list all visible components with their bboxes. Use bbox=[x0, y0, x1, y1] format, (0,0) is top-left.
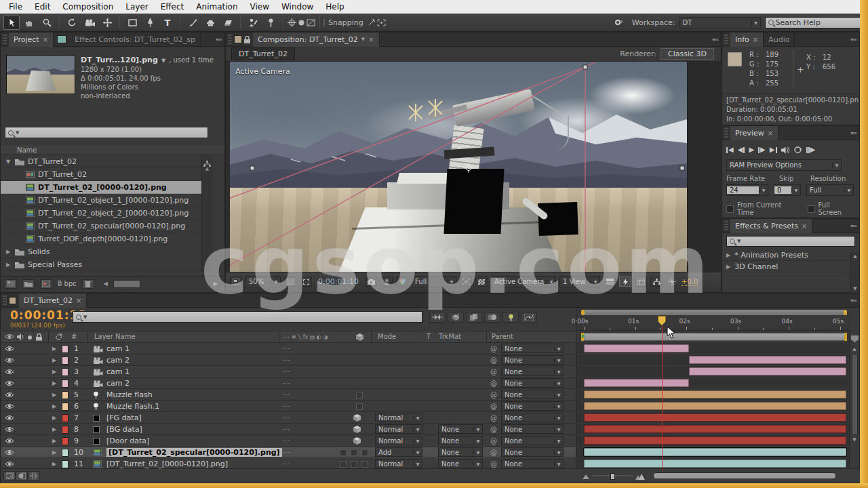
layer-duration-bar[interactable] bbox=[689, 356, 846, 364]
safe-margins-button[interactable] bbox=[284, 277, 296, 287]
parent-pickwhip-icon[interactable]: @ bbox=[490, 401, 497, 412]
project-item[interactable]: ▶Solids bbox=[1, 245, 203, 258]
eye-icon[interactable] bbox=[5, 378, 14, 389]
switch-box[interactable] bbox=[351, 447, 357, 458]
twirl-closed-icon[interactable]: ▶ bbox=[52, 435, 56, 447]
camera-tool[interactable] bbox=[81, 16, 98, 30]
parent-dropdown[interactable]: None▼ bbox=[501, 355, 564, 365]
renderer-button[interactable]: Classic 3D bbox=[660, 48, 714, 60]
flowchart-icon[interactable] bbox=[203, 157, 211, 164]
eye-icon[interactable] bbox=[5, 389, 14, 401]
menu-edit[interactable]: Edit bbox=[28, 2, 56, 12]
layer-row[interactable]: ▶7[FG data]-◦-Normal▼@None▼ bbox=[1, 412, 576, 424]
panel-grip[interactable] bbox=[724, 128, 728, 138]
trkmat-dropdown[interactable]: None▼ bbox=[438, 447, 483, 457]
panel-grip[interactable] bbox=[724, 221, 728, 230]
magnification-dropdown[interactable]: 50% ▼ bbox=[245, 276, 281, 287]
switch-box[interactable] bbox=[356, 389, 363, 401]
panel-menu-icon[interactable]: ▾≡ bbox=[712, 37, 718, 43]
panel-menu-icon[interactable]: ▾≡ bbox=[850, 298, 856, 304]
layer-duration-bar[interactable] bbox=[584, 413, 846, 422]
menu-layer[interactable]: Layer bbox=[119, 2, 154, 12]
rectangle-tool[interactable] bbox=[124, 16, 140, 30]
scroll-up-icon[interactable]: ▲ bbox=[853, 253, 856, 259]
exposure-reset-icon[interactable] bbox=[666, 277, 678, 287]
column-name[interactable]: Name bbox=[17, 146, 37, 154]
effects-group[interactable]: ▶* Animation Presets bbox=[722, 249, 850, 261]
column-t[interactable]: T bbox=[427, 333, 431, 340]
menu-window[interactable]: Window bbox=[275, 2, 319, 12]
layer-name[interactable]: [FG data] bbox=[106, 412, 142, 424]
timeline-zoom-slider[interactable] bbox=[592, 475, 633, 477]
bpc-label[interactable]: 8 bpc bbox=[58, 280, 77, 287]
new-folder-button[interactable] bbox=[22, 279, 35, 289]
project-scrollbar[interactable]: ▲ bbox=[201, 155, 212, 272]
axis-world-button[interactable] bbox=[298, 16, 305, 30]
project-item[interactable]: DT_Turret_02 bbox=[1, 168, 203, 181]
panel-grip[interactable] bbox=[724, 35, 728, 44]
twirl-closed-icon[interactable]: ▶ bbox=[52, 366, 56, 378]
brush-tool[interactable] bbox=[184, 16, 201, 30]
close-icon[interactable]: × bbox=[76, 297, 81, 304]
layer-row[interactable]: ▶6Muzzle flash.1-◦-@None▼ bbox=[1, 401, 576, 412]
axis-view-button[interactable] bbox=[307, 16, 315, 30]
preview-resolution-dropdown[interactable]: Full▼ bbox=[806, 184, 854, 196]
scroll-down-icon[interactable]: ▼ bbox=[853, 286, 856, 291]
tab-audio[interactable]: Audio bbox=[764, 33, 795, 47]
parent-pickwhip-icon[interactable]: @ bbox=[490, 354, 497, 366]
interpret-footage-button[interactable] bbox=[5, 279, 17, 289]
layer-row[interactable]: ▶3cam 1-◦-@None▼ bbox=[1, 366, 576, 378]
layer-row[interactable]: ▶5Muzzle flash-◦-@None▼ bbox=[1, 389, 576, 401]
ram-preview-options-dropdown[interactable]: RAM Preview Options ▼ bbox=[726, 159, 842, 171]
twirl-closed-icon[interactable]: ▶ bbox=[52, 424, 56, 435]
show-channel-button[interactable] bbox=[396, 277, 408, 287]
loop-button[interactable] bbox=[793, 145, 802, 155]
h-scroll-thumb[interactable] bbox=[113, 280, 140, 288]
lock-icon[interactable] bbox=[244, 33, 250, 46]
parent-pickwhip-icon[interactable]: @ bbox=[490, 366, 497, 378]
zoom-out-mountain-icon[interactable] bbox=[583, 473, 589, 479]
project-item[interactable]: DT_Turret_02_specular[0000-0120].png bbox=[1, 220, 203, 232]
eye-icon[interactable] bbox=[5, 343, 14, 354]
layer-duration-bar[interactable] bbox=[584, 344, 689, 352]
eye-icon[interactable] bbox=[5, 412, 14, 424]
trkmat-dropdown[interactable]: None▼ bbox=[438, 436, 483, 445]
tab-timeline-comp[interactable]: DT_Turret_02 × bbox=[19, 293, 87, 308]
puppet-pin-tool[interactable] bbox=[262, 16, 279, 30]
close-icon[interactable]: × bbox=[43, 36, 48, 43]
parent-dropdown[interactable]: None▼ bbox=[501, 401, 564, 411]
trkmat-dropdown[interactable]: None▼ bbox=[438, 424, 483, 434]
parent-pickwhip-icon[interactable]: @ bbox=[490, 343, 497, 354]
layer-label-swatch[interactable] bbox=[62, 447, 68, 458]
expand-layer-switches-button[interactable] bbox=[3, 471, 16, 481]
chevron-down-icon[interactable]: ▼ bbox=[161, 58, 165, 64]
effects-group[interactable]: ▶3D Channel bbox=[722, 261, 850, 272]
layer-row[interactable]: ▶10[DT_Turret_02_specular[0000-0120].png… bbox=[1, 447, 576, 458]
panel-menu-icon[interactable]: ▾≡ bbox=[850, 37, 856, 43]
layer-label-swatch[interactable] bbox=[62, 435, 68, 447]
snap-bounds-icon[interactable] bbox=[377, 16, 386, 30]
comp-name-button[interactable]: DT_Turret_02 bbox=[231, 47, 295, 60]
layer-label-swatch[interactable] bbox=[62, 366, 68, 378]
layer-duration-bar[interactable] bbox=[584, 460, 846, 468]
motion-blur-button[interactable] bbox=[484, 312, 500, 323]
timeline-h-scrollbar[interactable] bbox=[653, 472, 836, 479]
timeline-search-input[interactable]: ▼ bbox=[73, 311, 422, 323]
workspace-gear-icon[interactable] bbox=[611, 16, 627, 30]
layer-label-swatch[interactable] bbox=[62, 343, 68, 354]
pen-tool[interactable] bbox=[142, 16, 158, 30]
timeline-scrollbar[interactable]: ▲ ▼ bbox=[849, 331, 859, 470]
twirl-open-icon[interactable]: ▼ bbox=[5, 159, 12, 165]
snapping-checkbox[interactable] bbox=[323, 19, 325, 26]
eye-icon[interactable] bbox=[5, 366, 14, 378]
playhead-line[interactable] bbox=[662, 325, 663, 470]
layer-label-swatch[interactable] bbox=[62, 424, 68, 435]
type-tool[interactable]: T bbox=[159, 16, 176, 30]
parent-dropdown[interactable]: None▼ bbox=[501, 390, 564, 399]
pixel-aspect-button[interactable] bbox=[604, 277, 616, 287]
twirl-closed-icon[interactable]: ▶ bbox=[5, 262, 12, 268]
column-mode[interactable]: Mode bbox=[378, 333, 396, 340]
tab-project[interactable]: Project × bbox=[9, 33, 54, 47]
close-icon[interactable]: × bbox=[753, 36, 758, 43]
clone-stamp-tool[interactable] bbox=[202, 16, 218, 30]
